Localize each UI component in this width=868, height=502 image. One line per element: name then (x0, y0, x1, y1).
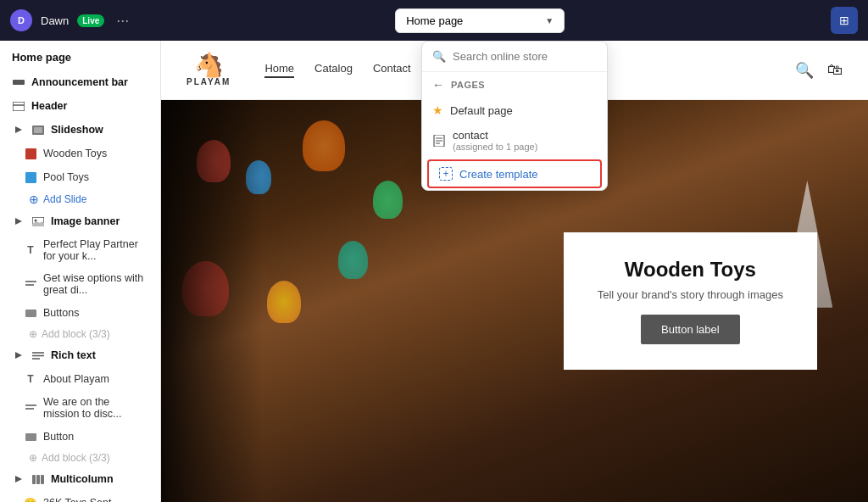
add-block-rich-icon: ⊕ (29, 452, 37, 464)
page-icon (432, 134, 446, 148)
svg-marker-8 (15, 218, 22, 225)
preview-nav-links: Home Catalog Contact (264, 62, 410, 78)
toggle-icon (12, 123, 25, 137)
svg-rect-23 (36, 475, 40, 484)
content-area: 🐴 PLAYAM Home Catalog Contact 🔍 🛍 (161, 41, 868, 502)
svg-rect-6 (25, 148, 36, 159)
sidebar-item-mission[interactable]: We are on the mission to disc... (0, 391, 160, 425)
add-slide-button[interactable]: ⊕ Add Slide (0, 189, 160, 209)
block-icon (24, 306, 37, 320)
hero-subtitle: Tell your brand's story through images (598, 288, 783, 301)
dropdown-search-row: 🔍 (422, 42, 607, 72)
sidebar-item-get-wise[interactable]: Get wise options with great di... (0, 267, 160, 301)
sidebar-item-header[interactable]: Header (0, 94, 160, 118)
nav-link-catalog[interactable]: Catalog (314, 62, 353, 78)
rich-text-label: Rich text (51, 349, 96, 361)
pages-label: PAGES (451, 80, 485, 90)
add-block-rich-button[interactable]: ⊕ Add block (3/3) (0, 449, 160, 467)
header-icon (12, 99, 25, 113)
svg-rect-20 (25, 433, 36, 441)
wooden-toys-label: Wooden Toys (43, 148, 107, 159)
wooden-toys-icon (24, 147, 37, 160)
button-rich-label: Button (43, 431, 74, 443)
dropdown-back-pages[interactable]: ← PAGES (422, 72, 607, 98)
sidebar-item-buttons[interactable]: Buttons (0, 301, 160, 325)
svg-rect-7 (25, 172, 36, 183)
multicolumn-label: Multicolumn (51, 473, 114, 485)
star-icon: ★ (432, 103, 443, 117)
sidebar-item-image-banner[interactable]: Image banner (0, 209, 160, 233)
nav-link-contact[interactable]: Contact (373, 62, 411, 78)
cart-icon[interactable]: 🛍 (827, 61, 843, 79)
toggle-icon-2 (12, 215, 25, 228)
perfect-play-label: Perfect Play Partner for your k... (43, 238, 148, 262)
search-online-store-input[interactable] (453, 50, 597, 63)
svg-rect-24 (41, 475, 44, 484)
store-name: Dawn (41, 14, 69, 27)
svg-rect-5 (34, 127, 42, 133)
slideshow-icon (31, 123, 45, 137)
chevron-down-icon: ▼ (545, 16, 554, 25)
topbar-right: ⊞ (831, 7, 858, 34)
svg-marker-14 (15, 352, 22, 359)
plus-icon: ⊕ (29, 192, 39, 206)
add-block-banner-label: Add block (3/3) (42, 328, 110, 340)
more-options-button[interactable]: ··· (116, 12, 129, 30)
sidebar-title: Home page (0, 41, 160, 70)
page-selector-dropdown[interactable]: Home page ▼ (395, 8, 565, 33)
image-banner-icon (31, 215, 45, 228)
sidebar-item-button-rich[interactable]: Button (0, 425, 160, 449)
nav-link-home[interactable]: Home (264, 62, 294, 78)
default-page-label: Default page (450, 104, 513, 117)
dropdown-create-template[interactable]: + Create template (427, 159, 602, 188)
pool-toys-icon (24, 170, 37, 184)
smile-icon: 😊 (24, 496, 37, 502)
block-icon-2 (24, 430, 37, 443)
text-icon: T (24, 243, 37, 257)
top-bar: D Dawn Live ··· Home page ▼ ⊞ (0, 0, 868, 41)
sidebar-item-announcement-bar[interactable]: Announcement bar (0, 70, 160, 94)
toggle-icon-4 (12, 472, 25, 486)
grid-icon: ⊞ (839, 14, 849, 27)
announcement-icon (12, 75, 25, 89)
page-dropdown-menu: 🔍 ← PAGES ★ Default page (421, 41, 608, 191)
page-selector-label: Home page (406, 14, 538, 27)
search-icon-dropdown: 🔍 (432, 50, 446, 63)
contact-info: contact (assigned to 1 page) (453, 129, 537, 152)
logo-text: PLAYAM (186, 77, 231, 86)
create-template-label: Create template (459, 168, 538, 181)
announcement-bar-label: Announcement bar (31, 76, 128, 88)
sidebar-item-rich-text[interactable]: Rich text (0, 343, 160, 367)
sidebar-item-pool-toys[interactable]: Pool Toys (0, 165, 160, 189)
hero-title: Wooden Toys (598, 258, 783, 282)
sidebar-item-slideshow[interactable]: Slideshow (0, 118, 160, 142)
sidebar-item-multicolumn[interactable]: Multicolumn (0, 467, 160, 491)
sidebar-item-wooden-toys[interactable]: Wooden Toys (0, 142, 160, 165)
back-arrow-icon: ← (432, 78, 444, 92)
hero-button[interactable]: Button label (641, 315, 740, 344)
image-banner-label: Image banner (51, 215, 120, 227)
create-template-icon: + (439, 167, 453, 181)
main-layout: Home page Announcement bar Header Slides… (0, 41, 868, 502)
dropdown-default-page[interactable]: ★ Default page (422, 98, 607, 123)
pool-toys-label: Pool Toys (43, 171, 89, 183)
add-block-rich-label: Add block (3/3) (42, 452, 110, 464)
contact-sub: (assigned to 1 page) (453, 142, 537, 152)
text-icon-2: T (24, 372, 37, 386)
dropdown-contact-page[interactable]: contact (assigned to 1 page) (422, 123, 607, 158)
add-block-banner-button[interactable]: ⊕ Add block (3/3) (0, 325, 160, 343)
hero-card: Wooden Toys Tell your brand's story thro… (564, 232, 817, 370)
preview-nav-right: 🔍 🛍 (795, 61, 843, 80)
svg-rect-13 (25, 310, 36, 317)
grid-view-button[interactable]: ⊞ (831, 7, 858, 34)
sidebar-item-36k[interactable]: 😊 36K Toys Sent (0, 491, 160, 502)
svg-rect-0 (13, 80, 25, 85)
sidebar-item-perfect-play[interactable]: T Perfect Play Partner for your k... (0, 233, 160, 267)
sidebar-item-about-playam[interactable]: T About Playam (0, 367, 160, 391)
svg-rect-1 (13, 102, 25, 111)
search-icon[interactable]: 🔍 (795, 61, 814, 80)
sidebar: Home page Announcement bar Header Slides… (0, 41, 161, 502)
mission-label: We are on the mission to disc... (43, 396, 148, 420)
add-slide-label: Add Slide (43, 193, 86, 205)
contact-label: contact (453, 129, 537, 142)
